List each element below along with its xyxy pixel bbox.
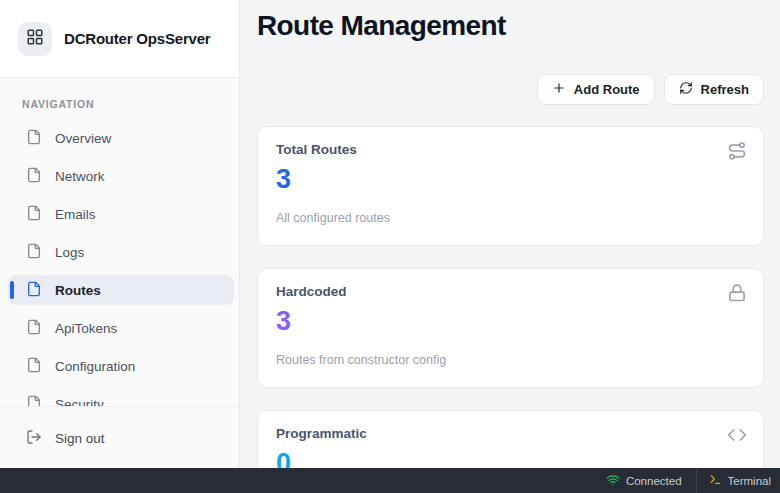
terminal-toggle[interactable]: Terminal [709,473,780,488]
connection-status: Connected [606,473,682,489]
app-title: DCRouter OpsServer [64,30,210,47]
sidebar-item-label: Emails [55,207,96,222]
sidebar-item-configuration[interactable]: Configuration [8,351,234,381]
sidebar-item-label: Security [55,397,104,407]
sidebar-item-security[interactable]: Security [8,389,234,406]
stat-card-total-routes: Total Routes 3 All configured routes [257,126,764,246]
card-title: Total Routes [276,142,745,157]
sidebar-item-label: Overview [55,131,111,146]
sidebar-item-label: Logs [55,245,84,260]
active-indicator-bar [10,281,14,299]
card-title: Programmatic [276,426,745,441]
file-icon [26,129,42,148]
stat-cards: Total Routes 3 All configured routes Har… [257,126,764,468]
card-subtitle: Routes from constructor config [276,353,745,367]
refresh-button[interactable]: Refresh [664,74,764,105]
sidebar-item-emails[interactable]: Emails [8,199,234,229]
stat-card-programmatic: Programmatic 0 [257,410,764,468]
sidebar-item-label: Configuration [55,359,135,374]
card-title: Hardcoded [276,284,745,299]
sidebar-item-label: ApiTokens [55,321,117,336]
file-icon [26,319,42,338]
sidebar-nav: NAVIGATION Overview Network Emails Logs [0,78,239,406]
file-icon [26,395,42,407]
sidebar-item-label: Routes [55,283,101,298]
connection-status-label: Connected [626,475,682,487]
sidebar-header: DCRouter OpsServer [0,0,239,78]
nav-section-label: NAVIGATION [0,78,239,123]
status-bar: Connected Terminal [0,468,780,493]
card-value: 0 [276,449,745,468]
sidebar-item-apitokens[interactable]: ApiTokens [8,313,234,343]
route-icon [727,141,747,165]
sidebar-footer: Sign out [0,406,239,468]
add-route-button[interactable]: Add Route [537,74,655,105]
refresh-label: Refresh [701,82,749,97]
wifi-icon [606,473,620,489]
add-route-label: Add Route [574,82,640,97]
file-icon [26,167,42,186]
toolbar: Add Route Refresh [257,74,764,105]
file-icon [26,243,42,262]
card-subtitle: All configured routes [276,211,745,225]
log-out-icon [26,429,42,448]
code-icon [727,425,747,449]
sidebar-item-network[interactable]: Network [8,161,234,191]
sidebar-item-overview[interactable]: Overview [8,123,234,153]
sign-out-button[interactable]: Sign out [8,423,234,453]
lock-icon [727,283,747,307]
page-title: Route Management [257,10,764,42]
file-icon [26,357,42,376]
grid-icon [26,28,44,50]
sidebar-item-logs[interactable]: Logs [8,237,234,267]
file-icon [26,281,42,300]
sidebar-item-routes[interactable]: Routes [8,275,234,305]
app-window: DCRouter OpsServer NAVIGATION Overview N… [0,0,780,493]
sidebar: DCRouter OpsServer NAVIGATION Overview N… [0,0,240,468]
file-icon [26,205,42,224]
plus-icon [552,81,566,98]
sign-out-label: Sign out [55,431,105,446]
app-logo [18,22,52,56]
main-content: Route Management Add Route Refresh Total… [240,0,780,468]
sidebar-item-label: Network [55,169,105,184]
status-divider [696,468,697,493]
terminal-label: Terminal [728,475,771,487]
stat-card-hardcoded: Hardcoded 3 Routes from constructor conf… [257,268,764,388]
card-value: 3 [276,165,745,195]
terminal-icon [709,473,722,488]
refresh-icon [679,81,693,98]
card-value: 3 [276,307,745,337]
